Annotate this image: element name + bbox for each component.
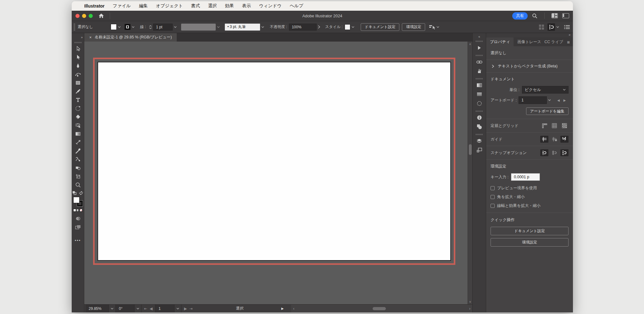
menu-effect[interactable]: 効果 [225,3,234,9]
scroll-right-icon[interactable]: › [467,306,472,311]
menu-file[interactable]: ファイル [113,3,131,9]
use-preview-bounds-row[interactable]: プレビュー境界を使用 [491,184,569,192]
zoom-level-chevron[interactable] [109,305,116,312]
chevron-down-icon[interactable] [174,26,177,28]
swap-fill-stroke-icon[interactable] [79,191,83,195]
eyedropper-tool[interactable] [73,146,83,155]
direct-selection-tool[interactable] [73,53,83,61]
scale-strokes-effects-checkbox[interactable] [491,204,495,208]
document-info-panel-icon[interactable] [474,113,485,122]
tools-expand-icon[interactable]: » [81,36,83,39]
menu-app-name[interactable]: Illustrator [84,3,105,9]
artboards-panel-icon[interactable] [474,146,485,155]
home-icon[interactable] [98,13,104,18]
gradient-button[interactable] [76,209,79,212]
menu-type[interactable]: 書式 [191,3,200,9]
rotation-field[interactable]: 0° [116,305,135,312]
canvas[interactable] [84,42,468,304]
share-button[interactable]: 共有 [512,12,528,20]
workspace-switcher-icon[interactable] [552,13,558,18]
artboard-tool[interactable] [73,172,83,180]
scale-corners-checkbox[interactable] [491,195,495,199]
tab-properties[interactable]: プロパティ [486,37,514,46]
brush-definition-dropdown[interactable]: • 3 pt. 丸筆 [225,24,260,31]
symbol-sprayer-tool[interactable] [73,163,83,172]
quick-document-setup-button[interactable]: ドキュメント設定 [491,227,569,235]
scale-corners-row[interactable]: 角を拡大・縮小 [491,192,569,201]
shape-builder-tool[interactable] [73,121,83,129]
stroke-width-input[interactable]: 1 pt [153,24,173,31]
eraser-tool[interactable] [73,112,83,121]
controlbar-grip[interactable] [74,24,75,31]
none-button[interactable] [80,209,82,212]
scroll-down-icon[interactable]: ∨ [469,299,471,304]
tab-cc-libraries[interactable]: CC ライブラリ [541,37,564,46]
panel-menu-icon[interactable]: ≡ [564,37,573,46]
select-similar-icon[interactable] [429,25,435,30]
opacity-input[interactable]: 100% [289,24,317,31]
menu-object[interactable]: オブジェクト [156,3,183,9]
stroke-width-stepper[interactable] [149,25,152,29]
scroll-up-icon[interactable]: ∧ [469,42,471,47]
links-panel-icon[interactable] [474,57,485,66]
discover-panel-icon[interactable] [474,43,485,52]
fill-indicator[interactable] [73,197,80,203]
smart-guides-icon[interactable] [560,136,569,143]
status-play-icon[interactable]: ▶ [281,307,284,310]
rotation-chevron[interactable] [135,305,142,312]
rotate-tool[interactable] [73,104,83,112]
use-preview-bounds-checkbox[interactable] [491,186,495,190]
fill-color-swatch[interactable] [111,24,117,30]
panel-toggle-icon[interactable] [562,13,569,18]
snap-to-pixel-icon[interactable] [560,149,569,156]
scale-strokes-effects-row[interactable]: 線幅と効果を拡大・縮小 [491,201,569,210]
vertical-scrollbar-thumb[interactable] [469,144,472,155]
curvature-tool[interactable] [73,70,83,78]
edit-toolbar-icon[interactable]: ••• [73,236,83,245]
close-tab-icon[interactable]: × [89,35,92,40]
opacity-options-arrow[interactable] [318,25,320,29]
transparency-grid-icon[interactable] [560,122,569,129]
document-setup-button[interactable]: ドキュメント設定 [361,23,400,31]
window-zoom-button[interactable] [89,14,93,18]
transparency-panel-icon[interactable] [474,99,485,108]
lock-guides-icon[interactable] [550,136,558,143]
chevron-down-icon[interactable] [132,26,135,28]
scroll-left-icon[interactable]: ‹ [291,306,296,311]
artboard-number-chevron[interactable] [175,305,181,312]
vertical-scrollbar[interactable]: ∧ ∨ [468,42,472,304]
tab-image-trace[interactable]: 画像トレース [514,37,541,46]
type-tool[interactable] [73,95,83,104]
document-tab[interactable]: × 名称未設定-1 @ 29.85 % (RGB/プレビュー) [84,33,177,42]
dock-grip[interactable] [476,111,483,112]
edit-artboards-button[interactable]: アートボードを編集 [526,107,569,115]
zoom-tool[interactable] [73,180,83,189]
menu-window[interactable]: ウィンドウ [259,3,282,9]
dock-grip[interactable] [476,41,483,42]
snap-to-point-icon[interactable] [540,149,548,156]
text-to-vector-row[interactable]: テキストからベクター生成 (Beta) [491,60,569,72]
pathfinder-panel-icon[interactable] [474,122,485,131]
unit-dropdown[interactable]: ピクセル [522,86,569,94]
chevron-down-icon[interactable] [261,26,264,28]
snap-to-grid-icon[interactable] [550,149,558,156]
style-swatch[interactable] [345,24,350,30]
search-icon[interactable] [532,13,537,19]
dock-collapse-icon[interactable]: « [478,35,480,38]
stroke-panel-icon[interactable] [474,90,485,99]
fill-stroke-indicator[interactable] [73,197,83,206]
chevron-down-icon[interactable] [548,99,551,101]
color-button[interactable] [73,209,76,212]
chevron-down-icon[interactable] [118,26,121,28]
controlbar-menu-icon[interactable] [564,25,570,29]
drawing-modes-icon[interactable] [73,223,83,231]
panel-expand-icon[interactable]: » [569,33,570,37]
menu-select[interactable]: 選択 [208,3,217,9]
layers-panel-icon[interactable] [474,136,485,146]
snap-options-icon[interactable] [547,23,555,31]
dock-grip[interactable] [476,78,483,79]
menu-help[interactable]: ヘルプ [290,3,303,9]
shape-modes-icon[interactable] [73,214,83,223]
tools-grip[interactable] [75,42,81,43]
horizontal-scrollbar-thumb[interactable] [373,307,386,310]
